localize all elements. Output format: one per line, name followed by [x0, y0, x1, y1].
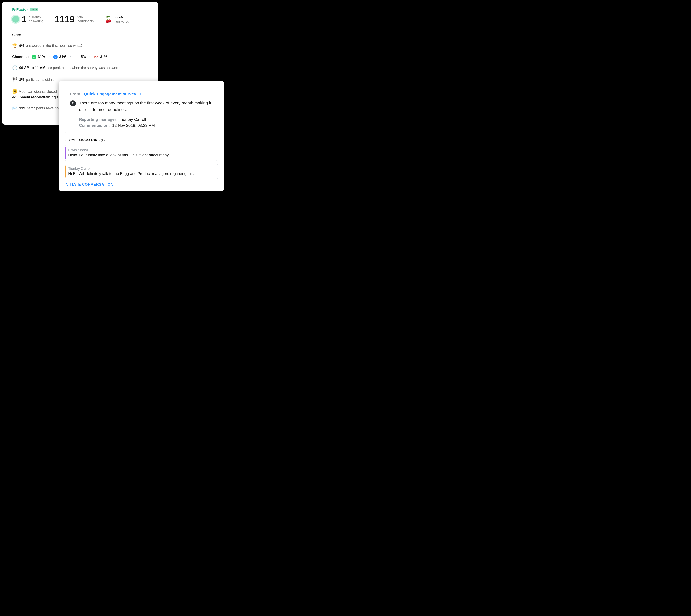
beta-badge: beta [30, 8, 39, 12]
card-title: R-Factor [12, 7, 28, 12]
external-link-icon[interactable] [138, 92, 142, 96]
stat-answered: 🍒 85% answered [105, 15, 129, 24]
svg-rect-3 [78, 57, 79, 57]
channel-slack: 5% [75, 54, 86, 60]
svg-line-6 [72, 103, 72, 105]
stat-live: 1 currently answering [12, 15, 43, 23]
comment-text: There are too many meetings on the first… [79, 100, 213, 113]
meta-date: Commented on: 12 Nov 2018, 03:23 PM [79, 123, 213, 128]
insight-first-hour: 🏆 9% answered in the first hour, so what… [12, 43, 148, 49]
gmail-icon [94, 55, 99, 59]
close-toggle[interactable]: Close ⌃ [12, 33, 148, 37]
svg-rect-2 [77, 57, 78, 59]
flag-icon: 🏁 [12, 76, 18, 83]
insight-channels: Channels: ✆ 31% • ✉ 31% • 5% • [12, 54, 148, 60]
yawn-icon: 🥱 [12, 89, 18, 94]
svg-rect-1 [75, 57, 77, 57]
comment-box: From: Quick Engagement survey There are … [65, 87, 218, 133]
channel-whatsapp: ✆ 31% [32, 54, 45, 60]
stat-total-l1: total [78, 15, 94, 19]
chevron-up-icon: ⌃ [22, 33, 24, 37]
closed-bold: equipments/tools/training t [12, 95, 58, 99]
manager-label: Reporting manager: [79, 117, 117, 122]
stat-live-l1: currently [29, 15, 43, 19]
closed-text-1: Most participants closed [19, 90, 57, 93]
stat-answered-label: answered [115, 20, 129, 24]
channel-messenger: ✉ 31% [53, 54, 66, 60]
whatsapp-icon: ✆ [32, 55, 36, 59]
note-author: Tiontay Carroll [68, 167, 214, 171]
so-what-link[interactable]: so what? [68, 43, 83, 48]
comment-card: From: Quick Engagement survey There are … [59, 81, 224, 191]
stat-total: 1119 total participants [55, 15, 93, 24]
live-dot-icon [12, 16, 19, 23]
collab-note: Tiontay Carroll Hi El, Will definitely t… [65, 163, 218, 179]
insights-header: R-Factor beta 1 currently answering 1119… [2, 2, 158, 28]
date-value: 12 Nov 2018, 03:23 PM [112, 123, 155, 128]
insight-peak-hours: 🕐 09 AM to 11 AM are peak hours when the… [12, 65, 148, 71]
collab-note: Elwin Sharvill Hello Tio, Kindlly take a… [65, 145, 218, 161]
from-label: From: [70, 92, 82, 96]
messenger-icon: ✉ [53, 55, 58, 59]
channels-label: Channels: [12, 54, 29, 60]
close-label: Close [12, 33, 21, 37]
mail-icon: ✉️ [12, 105, 18, 112]
first-hour-pct: 9% [19, 43, 24, 48]
note-body: Hi El, Will definitely talk to the Engg … [68, 172, 214, 176]
svg-rect-0 [77, 55, 78, 57]
survey-link[interactable]: Quick Engagement survey [84, 92, 136, 96]
collaborators-toggle[interactable]: ▼ COLLABORATORS (2) [65, 139, 218, 142]
trophy-icon: 🏆 [12, 43, 18, 49]
stat-live-count: 1 [22, 15, 26, 23]
stat-live-l2: answering [29, 19, 43, 23]
no-response-text: participants have no [27, 106, 59, 111]
stat-answered-pct: 85% [115, 15, 129, 20]
peak-hours-text: are peak hours when the survey was answe… [47, 65, 122, 71]
incomplete-text: participants didn't m [26, 77, 58, 82]
clock-icon: 🕐 [12, 65, 18, 71]
caret-down-icon: ▼ [65, 139, 67, 142]
channel-gmail: 31% [94, 54, 107, 60]
from-row: From: Quick Engagement survey [70, 92, 213, 96]
manager-value: Tiontay Carroll [120, 117, 146, 122]
peak-hours-range: 09 AM to 11 AM [19, 65, 45, 71]
hash-icon [70, 101, 76, 106]
first-hour-text: answered in the first hour, [26, 43, 67, 48]
meta-manager: Reporting manager: Tiontay Carroll [79, 117, 213, 122]
collaborators-label: COLLABORATORS (2) [69, 139, 105, 142]
cherry-icon: 🍒 [105, 16, 113, 23]
note-author: Elwin Sharvill [68, 148, 214, 152]
note-body: Hello Tio, Kindlly take a look at this. … [68, 153, 214, 157]
stat-total-l2: participants [78, 19, 94, 23]
no-response-count: 119 [19, 106, 25, 111]
initiate-conversation-button[interactable]: INITIATE CONVERSATION [65, 182, 218, 186]
stat-total-count: 1119 [55, 15, 74, 24]
slack-icon [75, 55, 79, 59]
date-label: Commented on: [79, 123, 110, 128]
incomplete-pct: 1% [19, 77, 24, 82]
